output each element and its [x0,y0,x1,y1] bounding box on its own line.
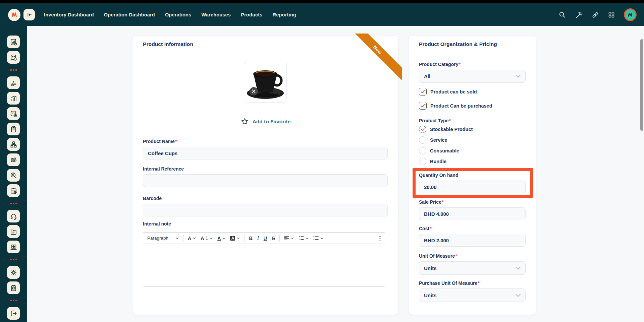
underline-button[interactable]: U [262,234,269,243]
vertical-scrollbar-thumb[interactable] [640,39,643,131]
quantity-on-hand-input[interactable] [419,181,526,193]
chevron-down-icon [516,75,521,78]
sale-price-input[interactable] [419,207,526,220]
radio-service[interactable]: Service [419,136,526,144]
nav-warehouses[interactable]: Warehouses [201,12,231,17]
numbered-list-icon [299,236,304,240]
app-logo [8,9,20,21]
required-marker: * [478,280,479,286]
internal-note-textarea[interactable] [143,244,385,286]
internal-reference-input[interactable] [143,174,388,187]
search-icon[interactable] [558,11,566,19]
radio-bundle[interactable]: Bundle [419,158,526,165]
barcode-input[interactable] [143,204,388,216]
clipboard-list-icon[interactable] [7,123,20,135]
calendar-check-icon[interactable] [7,184,20,197]
chevron-down-icon [306,237,309,239]
bullet-list-button[interactable] [311,234,325,243]
topbar: Inventory Dashboard Operation Dashboard … [0,3,644,26]
nav-operation-dashboard[interactable]: Operation Dashboard [104,12,155,17]
pos-terminal-icon[interactable] [7,153,20,166]
toolbar-more-button[interactable] [376,234,383,243]
planner-chart-icon[interactable] [7,36,20,48]
topbar-left: Inventory Dashboard Operation Dashboard … [8,9,296,21]
apps-grid-icon[interactable] [607,11,615,19]
training-video-icon[interactable] [7,241,20,253]
product-can-be-sold-checkbox[interactable]: Product can be sold [419,88,526,95]
add-to-favorite-button[interactable]: Add to Favorite [240,117,291,126]
logout-icon[interactable] [7,307,20,320]
checkbox-label: Product Can be purchased [430,103,492,109]
numbered-list-button[interactable] [297,234,311,243]
sidebar-section-divider [10,69,17,71]
product-category-select[interactable]: All [419,70,526,83]
product-information-card: New Product Information [132,35,398,315]
nav-operations[interactable]: Operations [165,12,192,17]
cost-input[interactable] [419,234,526,247]
product-can-be-purchased-checkbox[interactable]: Product Can be purchased [419,102,526,110]
user-avatar[interactable] [624,8,637,21]
rich-text-editor: Paragraph A A A A B I U S [143,232,385,287]
service-bell-icon[interactable] [7,76,20,89]
link-icon[interactable] [591,11,599,19]
nav-reporting[interactable]: Reporting [273,12,296,17]
chevron-down-icon [222,237,225,239]
radio-label: Bundle [430,159,446,164]
cost-field: Cost* [419,226,526,247]
paragraph-style-dropdown[interactable]: Paragraph [145,234,181,243]
magic-wand-icon[interactable] [575,11,583,19]
pricing-card-header: Product Organization & Pricing [409,36,536,52]
chevron-down-icon [193,237,196,239]
bold-button[interactable]: B [247,234,254,243]
italic-button[interactable]: I [255,234,261,243]
quantity-on-hand-field: Quantity On hand [419,173,526,193]
calculator-coin-icon[interactable] [7,51,20,64]
pricing-card-body: Product Category* All Product can be sol… [409,52,536,302]
product-information-body: Add to Favorite Product Name* Internal R… [132,52,398,287]
font-color-button[interactable]: A [215,234,227,243]
product-name-input[interactable] [143,147,388,159]
radio-stockable-product[interactable]: Stockable Product [419,126,526,133]
warehouse-boxes-icon[interactable] [7,138,20,151]
sidebar-collapse-button[interactable] [23,9,35,20]
toolbar-separator [279,235,280,242]
topbar-right [558,8,637,21]
scale-add-icon[interactable] [7,107,20,120]
sidebar-section-divider [10,300,17,302]
text-align-button[interactable] [282,234,296,243]
employee-card-icon[interactable] [7,281,20,294]
nav-products[interactable]: Products [241,12,262,17]
chevron-down-icon [291,237,294,239]
toolbar-separator [183,235,183,242]
cost-label: Cost* [419,226,526,231]
required-marker: * [449,118,450,123]
strikethrough-button[interactable]: S [270,234,277,243]
main-nav: Inventory Dashboard Operation Dashboard … [44,12,296,17]
toolbar-separator [244,235,245,242]
nav-inventory-dashboard[interactable]: Inventory Dashboard [44,12,94,17]
support-headset-icon[interactable] [7,210,20,222]
settings-gear-icon[interactable] [7,266,20,279]
checkbox-checked-icon [419,102,427,110]
font-size-button[interactable]: A [199,234,215,243]
font-background-button[interactable]: A [228,234,242,243]
favorite-label: Add to Favorite [253,119,291,125]
close-icon [252,89,256,93]
font-family-button[interactable]: A [186,234,198,243]
documents-folder-icon[interactable] [7,225,20,238]
remove-image-button[interactable] [250,87,258,95]
unit-of-measure-select[interactable]: Units [419,261,526,275]
user-search-icon[interactable] [7,169,20,182]
vertical-dots-icon [379,236,381,241]
radio-consumable[interactable]: Consumable [419,147,526,154]
purchase-unit-of-measure-select[interactable]: Units [419,288,526,302]
product-organization-pricing-card: Product Organization & Pricing Product C… [408,35,536,315]
radio-label: Service [430,137,447,143]
growth-chart-icon[interactable] [7,92,20,105]
internal-note-label: Internal note [143,221,388,227]
required-marker: * [442,199,443,205]
selected-category: All [424,73,430,79]
internal-note-field: Internal note Paragraph A A A A B [143,221,388,287]
sidebar-section-divider [10,202,17,204]
star-icon [240,117,249,126]
